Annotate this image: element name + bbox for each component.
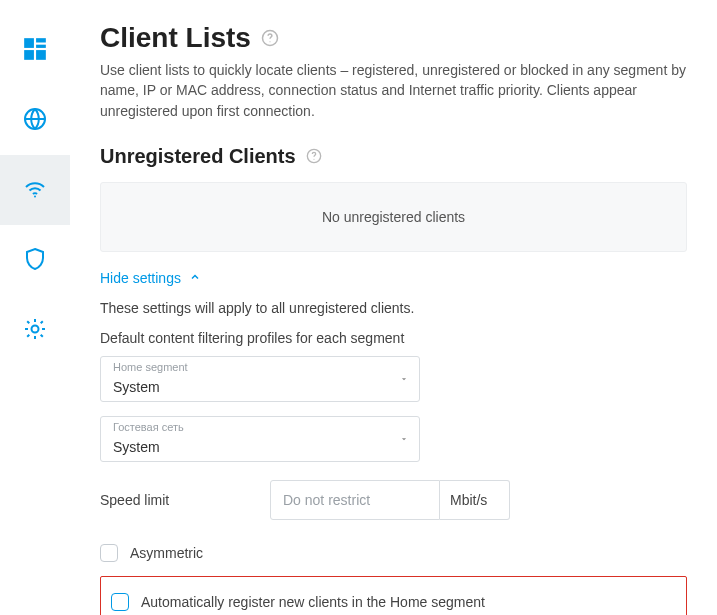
select-float-label: Home segment: [113, 361, 188, 373]
sidebar-item-internet[interactable]: [0, 85, 70, 155]
toggle-label: Hide settings: [100, 270, 181, 286]
page-title-text: Client Lists: [100, 22, 251, 54]
segment-select-guest[interactable]: Гостевая сеть System: [100, 416, 420, 462]
svg-point-7: [32, 325, 39, 332]
autoregister-checkbox[interactable]: [111, 593, 129, 611]
help-icon[interactable]: [261, 29, 279, 47]
main-content: Client Lists Use client lists to quickly…: [70, 0, 717, 615]
page-title: Client Lists: [100, 22, 687, 54]
chevron-down-icon: [399, 431, 409, 447]
help-icon[interactable]: [306, 148, 322, 164]
segment-select-home[interactable]: Home segment System: [100, 356, 420, 402]
sidebar-item-wifi[interactable]: [0, 155, 70, 225]
autoregister-highlight: Automatically register new clients in th…: [100, 576, 687, 615]
speed-limit-label: Speed limit: [100, 492, 270, 508]
globe-icon: [23, 107, 47, 134]
unregistered-empty-state: No unregistered clients: [100, 182, 687, 252]
svg-point-9: [269, 41, 270, 42]
speed-limit-row: Speed limit Mbit/s: [100, 480, 687, 520]
sidebar: [0, 0, 70, 615]
chevron-up-icon: [189, 270, 201, 286]
asymmetric-row[interactable]: Asymmetric: [100, 538, 687, 568]
asymmetric-checkbox[interactable]: [100, 544, 118, 562]
svg-point-11: [313, 159, 314, 160]
svg-rect-2: [36, 44, 46, 47]
gear-icon: [23, 317, 47, 344]
asymmetric-label: Asymmetric: [130, 545, 203, 561]
hide-settings-toggle[interactable]: Hide settings: [100, 270, 201, 286]
page-description: Use client lists to quickly locate clien…: [100, 60, 687, 121]
select-float-label: Гостевая сеть: [113, 421, 184, 433]
chevron-down-icon: [399, 371, 409, 387]
filtering-label: Default content filtering profiles for e…: [100, 330, 687, 346]
speed-unit-select[interactable]: Mbit/s: [440, 480, 510, 520]
empty-text: No unregistered clients: [322, 209, 465, 225]
section-title-text: Unregistered Clients: [100, 145, 296, 168]
settings-note: These settings will apply to all unregis…: [100, 300, 687, 316]
unit-value: Mbit/s: [450, 492, 487, 508]
sidebar-item-security[interactable]: [0, 225, 70, 295]
svg-rect-1: [36, 38, 46, 42]
wifi-icon: [23, 177, 47, 204]
svg-rect-4: [36, 50, 46, 60]
sidebar-item-settings[interactable]: [0, 295, 70, 365]
autoregister-label: Automatically register new clients in th…: [141, 594, 485, 610]
autoregister-row[interactable]: Automatically register new clients in th…: [111, 587, 676, 615]
section-title-unregistered: Unregistered Clients: [100, 145, 687, 168]
svg-point-6: [34, 195, 36, 197]
speed-limit-input[interactable]: [270, 480, 440, 520]
svg-rect-3: [24, 50, 34, 60]
svg-rect-0: [24, 38, 34, 48]
shield-icon: [23, 247, 47, 274]
sidebar-item-dashboard[interactable]: [0, 15, 70, 85]
dashboard-icon: [22, 36, 48, 65]
